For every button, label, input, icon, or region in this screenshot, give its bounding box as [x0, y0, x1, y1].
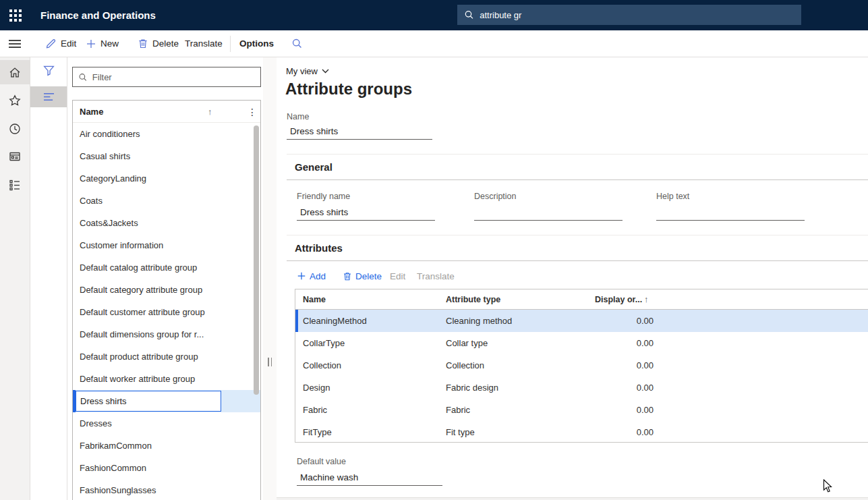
list-item-label: FashionSunglasses [80, 485, 156, 495]
list-item-label: Coats [80, 196, 103, 206]
list-item[interactable]: CategoryLanding [73, 167, 260, 190]
action-search-button[interactable] [291, 30, 303, 57]
pencil-icon [45, 38, 57, 49]
list-item[interactable]: Default category attribute group [73, 279, 260, 301]
grid-row[interactable]: Design Fabric design 0.00 [295, 377, 868, 399]
list-scrollbar[interactable] [254, 126, 259, 395]
help-text-input[interactable] [656, 206, 805, 221]
nav-favorites-button[interactable] [0, 88, 30, 113]
global-search[interactable] [457, 5, 801, 25]
grid-column-display-order[interactable]: Display or... [595, 295, 642, 304]
cell-name: Fabric [303, 405, 327, 415]
grid-add-button[interactable]: Add [297, 269, 326, 283]
cell-name: Collection [303, 360, 341, 370]
nav-home-button[interactable] [0, 60, 30, 84]
search-icon [464, 9, 474, 20]
grid-row[interactable]: FitType Fit type 0.00 [295, 421, 868, 443]
list-item-label: Air conditioners [80, 129, 140, 139]
list-item[interactable]: Dresses [73, 412, 260, 435]
list-item[interactable]: Coats&Jackets [73, 212, 260, 234]
list-item[interactable]: FashionCommon [73, 457, 260, 479]
edit-button-label: Edit [61, 38, 76, 49]
section-top-border [287, 235, 868, 235]
list-item[interactable]: Coats [73, 190, 260, 212]
list-item-label: Customer information [80, 240, 163, 250]
options-button-label: Options [239, 38, 274, 49]
action-pane: Edit New Delete Translate Options [0, 30, 868, 57]
list-item[interactable]: Default customer attribute group [73, 301, 260, 323]
description-input[interactable] [474, 206, 623, 221]
grid-edit-button[interactable]: Edit [390, 269, 405, 283]
list-item-label: Coats&Jackets [80, 218, 138, 228]
cell-attribute-type: Cleaning method [446, 316, 512, 326]
grid-column-attribute-type[interactable]: Attribute type [446, 295, 500, 304]
grid-row[interactable]: Collection Collection 0.00 [295, 354, 868, 377]
list-item-label: Dresses [80, 418, 112, 428]
filter-toggle-button[interactable] [30, 60, 67, 81]
grid-column-name[interactable]: Name [303, 295, 326, 304]
workspaces-icon [8, 150, 22, 163]
list-item-label: Default customer attribute group [80, 307, 205, 317]
grid-row-selected[interactable]: CleaningMethod Cleaning method 0.00 [295, 310, 868, 332]
name-field-input[interactable]: Dress shirts [287, 125, 432, 140]
panel-splitter[interactable] [263, 57, 277, 500]
list-item[interactable]: Customer information [73, 234, 260, 256]
delete-button[interactable]: Delete [138, 30, 179, 57]
list-item[interactable]: Default catalog attribute group [73, 256, 260, 279]
view-selector[interactable]: My view [286, 66, 329, 76]
search-icon [291, 38, 303, 49]
cell-display-order: 0.00 [565, 360, 654, 370]
list-filter[interactable] [72, 67, 261, 87]
cell-attribute-type: Fit type [446, 427, 475, 437]
translate-button[interactable]: Translate [185, 30, 223, 57]
cell-attribute-type: Collar type [446, 338, 488, 348]
list-item-label: Default catalog attribute group [80, 262, 197, 273]
attributes-section-header[interactable]: Attributes [295, 242, 343, 254]
sort-ascending-icon: ↑ [644, 295, 648, 304]
list-item[interactable]: Default product attribute group [73, 345, 260, 368]
grid-add-label: Add [310, 271, 326, 281]
translate-button-label: Translate [185, 38, 223, 49]
page-title: Attribute groups [285, 80, 412, 99]
attributes-section-divider [287, 260, 868, 261]
list-item[interactable]: Default worker attribute group [73, 368, 260, 390]
grid-delete-button[interactable]: Delete [343, 269, 382, 283]
list-item[interactable]: Casual shirts [73, 145, 260, 167]
edit-button[interactable]: Edit [45, 30, 76, 57]
grid-row[interactable]: CollarType Collar type 0.00 [295, 332, 868, 354]
list-item[interactable]: Air conditioners [73, 123, 260, 145]
column-options-button[interactable]: ⋮ [245, 101, 259, 123]
cell-name: Design [303, 383, 330, 393]
panel-toolbar [30, 57, 67, 500]
default-value-label: Default value [297, 457, 346, 466]
app-launcher-button[interactable] [7, 7, 24, 24]
selected-record-cell[interactable]: Dress shirts [76, 391, 221, 412]
section-top-border [287, 154, 868, 155]
list-view-toggle-button[interactable] [30, 86, 67, 107]
record-list: Name ↑ ⋮ Air conditioners Casual shirts … [72, 100, 261, 500]
general-section-header[interactable]: General [295, 161, 332, 173]
options-button[interactable]: Options [239, 30, 274, 57]
column-header-name[interactable]: Name [80, 107, 103, 117]
list-item-label: Default worker attribute group [80, 374, 195, 384]
menu-toggle-button[interactable] [8, 35, 26, 53]
list-item[interactable]: Default dimensions group for r... [73, 323, 260, 345]
cell-display-order: 0.00 [565, 427, 654, 437]
nav-modules-button[interactable] [0, 173, 30, 197]
grid-translate-button[interactable]: Translate [417, 269, 455, 283]
filter-input[interactable] [92, 72, 255, 82]
default-value-input[interactable]: Machine wash [297, 471, 442, 486]
new-button[interactable]: New [86, 30, 119, 57]
list-item-label: FashionCommon [80, 463, 146, 473]
grid-row[interactable]: Fabric Fabric 0.00 [295, 399, 868, 421]
list-item[interactable]: FabrikamCommon [73, 435, 260, 457]
cell-attribute-type: Collection [446, 360, 484, 370]
friendly-name-input[interactable]: Dress shirts [297, 206, 435, 221]
star-icon [8, 94, 22, 107]
attributes-grid: Name Attribute type Display or... ↑ Clea… [295, 289, 868, 443]
nav-recent-button[interactable] [0, 117, 30, 141]
nav-workspaces-button[interactable] [0, 144, 30, 169]
list-item-selected[interactable]: Dress shirts [73, 390, 260, 412]
list-item[interactable]: FashionSunglasses [73, 479, 260, 500]
global-search-input[interactable] [480, 10, 794, 20]
